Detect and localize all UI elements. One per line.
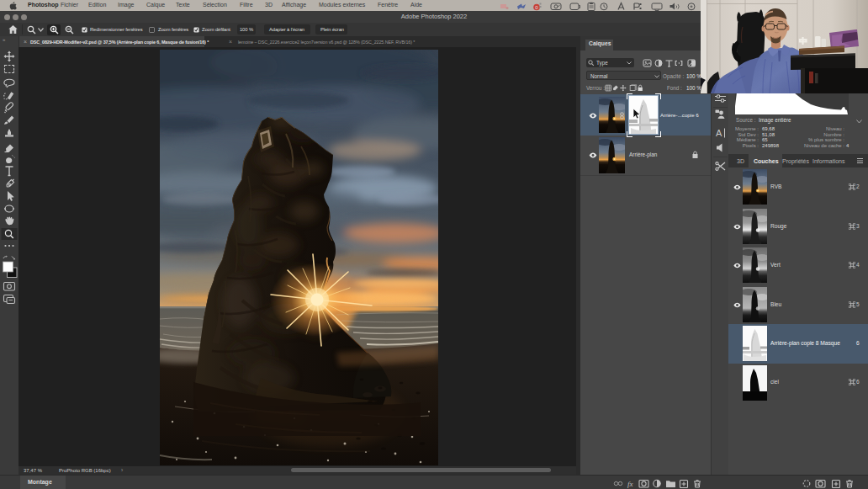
svg-text:A: A (716, 128, 722, 138)
svg-text:fx: fx (627, 480, 633, 488)
